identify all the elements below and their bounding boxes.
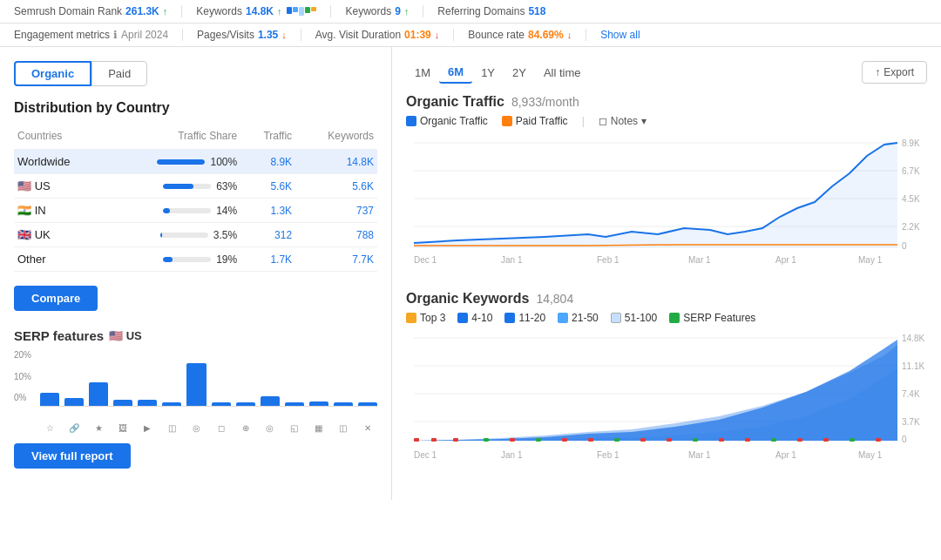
avg-visit-item: Avg. Visit Duration 01:39 ↓ [301, 29, 454, 41]
show-all-item[interactable]: Show all [586, 29, 653, 41]
serp-y-0: 0% [14, 393, 31, 402]
pages-visits-item: Pages/Visits 1.35 ↓ [183, 29, 301, 41]
kw-legend-serp: SERP Features [669, 312, 755, 324]
time-btn-2y[interactable]: 2Y [504, 63, 535, 83]
traffic-share-cell: 3.5% [106, 223, 240, 247]
serp-bar [358, 402, 377, 406]
compare-button[interactable]: Compare [14, 286, 98, 311]
kw-label-51-100: 51-100 [625, 312, 657, 324]
engagement-label: Engagement metrics [14, 29, 110, 41]
notes-chevron: ▾ [641, 115, 647, 127]
svg-rect-34 [640, 438, 646, 442]
country-flag: 🇺🇸 [17, 179, 35, 192]
organic-traffic-chart-wrapper: Dec 1 Jan 1 Feb 1 Mar 1 Apr 1 May 1 8.9K… [406, 134, 927, 273]
notes-label: Notes [611, 115, 638, 127]
svg-text:0: 0 [902, 435, 907, 444]
keywords-count-item: Keywords 9 ↑ [331, 5, 423, 17]
country-name-cell: Other [14, 247, 106, 272]
keywords-main-value: 14.8K [246, 5, 274, 17]
country-name-cell: Worldwide [14, 150, 106, 174]
pages-visits-label: Pages/Visits [197, 29, 254, 41]
time-btn-1y[interactable]: 1Y [472, 63, 504, 83]
traffic-cell[interactable]: 1.3K [240, 199, 295, 223]
svg-text:3.7K: 3.7K [902, 417, 920, 427]
serp-label: SERP features [14, 328, 104, 343]
keywords-value: 14.8K [347, 156, 374, 168]
export-button[interactable]: ↑ Export [862, 61, 927, 84]
svg-rect-42 [850, 438, 855, 442]
traffic-cell[interactable]: 5.6K [240, 174, 295, 199]
svg-text:2.2K: 2.2K [902, 222, 920, 232]
country-name-cell: 🇺🇸 US [14, 174, 106, 199]
time-btn-6m[interactable]: 6M [439, 62, 472, 84]
serp-icon-item: 🔗 [64, 423, 84, 433]
organic-traffic-legend: Organic Traffic Paid Traffic | ◻ Notes ▾ [406, 115, 927, 127]
serp-icon-item: ▶ [138, 423, 157, 433]
time-btn-1m[interactable]: 1M [406, 63, 439, 83]
serp-y-10: 10% [14, 372, 31, 381]
avg-visit-label: Avg. Visit Duration [315, 29, 401, 41]
serp-icon-item: ⊕ [236, 423, 255, 433]
traffic-cell[interactable]: 1.7K [240, 247, 295, 272]
engagement-date: April 2024 [121, 29, 168, 41]
svg-rect-38 [745, 438, 750, 442]
bounce-rate-value: 84.69% [528, 29, 564, 41]
country-flag: 🇮🇳 [17, 204, 35, 217]
keywords-cell[interactable]: 737 [295, 199, 377, 223]
serp-icon-item: ★ [89, 423, 108, 433]
keywords-value: 737 [356, 205, 374, 217]
svg-rect-39 [771, 438, 776, 442]
export-label: Export [883, 66, 914, 78]
keywords-legend: Top 3 4-10 11-20 21-50 51-100 [406, 312, 927, 324]
tab-paid[interactable]: Paid [91, 61, 147, 86]
progress-bar-bg [160, 233, 208, 238]
traffic-value: 8.9K [270, 156, 292, 168]
traffic-cell[interactable]: 8.9K [240, 150, 295, 174]
svg-text:0: 0 [902, 241, 907, 251]
keywords-cell[interactable]: 788 [295, 223, 377, 247]
svg-text:7.4K: 7.4K [902, 389, 920, 399]
serp-section: SERP features 🇺🇸 US 20% 10% 0% ☆🔗★🖼▶◫◎◻⊕… [14, 328, 377, 433]
serp-bar [138, 400, 157, 406]
keywords-count-arrow: ↑ [404, 6, 410, 17]
keywords-cell[interactable]: 7.7K [295, 247, 377, 272]
kw-label-11-20: 11-20 [518, 312, 545, 324]
kw-legend-11-20: 11-20 [504, 312, 545, 324]
organic-traffic-label: Organic Traffic [406, 94, 504, 110]
share-pct: 100% [210, 156, 237, 168]
serp-icon-item: ◎ [261, 423, 280, 433]
serp-bar [309, 401, 328, 407]
svg-rect-30 [536, 438, 541, 442]
share-pct: 14% [216, 205, 237, 217]
avg-visit-arrow: ↓ [435, 30, 440, 40]
table-row: Worldwide 100% 8.9K 14.8K [14, 150, 377, 174]
show-all-link[interactable]: Show all [600, 29, 640, 41]
legend-paid-dot [502, 116, 512, 126]
progress-bar-fill [163, 184, 193, 189]
keywords-cell[interactable]: 14.8K [295, 150, 377, 174]
keywords-count-value: 9 [395, 5, 401, 17]
time-btn-all[interactable]: All time [535, 63, 590, 83]
organic-keywords-chart: Dec 1 Jan 1 Feb 1 Mar 1 Apr 1 May 1 14.8… [406, 329, 927, 469]
engagement-icon: ℹ [113, 29, 118, 41]
svg-rect-35 [667, 438, 672, 442]
serp-bar [285, 402, 304, 406]
svg-text:Apr 1: Apr 1 [775, 450, 796, 460]
serp-icon-item: ◫ [162, 423, 181, 433]
keywords-value: 788 [356, 229, 374, 241]
progress-bar-bg [163, 184, 211, 189]
notes-button[interactable]: ◻ Notes ▾ [599, 115, 647, 127]
kw-dot-11-20 [504, 313, 515, 323]
svg-text:Feb 1: Feb 1 [597, 255, 619, 265]
tab-organic[interactable]: Organic [14, 61, 91, 86]
keywords-cell[interactable]: 5.6K [295, 174, 377, 199]
kw-label-top3: Top 3 [420, 312, 445, 324]
svg-rect-37 [719, 438, 724, 442]
traffic-cell[interactable]: 312 [240, 223, 295, 247]
country-flag: 🇬🇧 [17, 228, 35, 241]
view-full-report-button[interactable]: View full report [14, 443, 131, 469]
svg-rect-33 [614, 438, 619, 442]
organic-traffic-section: Organic Traffic 8,933/month Organic Traf… [406, 94, 927, 273]
serp-icon-item: ◻ [212, 423, 231, 433]
avg-visit-value: 01:39 [404, 29, 431, 41]
